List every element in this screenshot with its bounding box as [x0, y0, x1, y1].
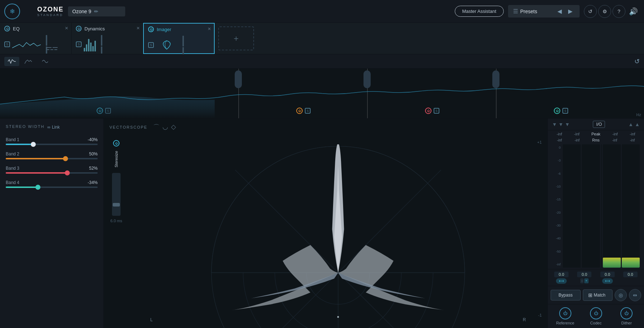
ozone-logo-icon: ❄	[4, 4, 20, 19]
reference-item[interactable]: ⏻ Reference	[551, 307, 580, 325]
right-panel: ▼ ▼ ▼ I/O ▲ ▲ -inf -inf Peak -inf -inf -…	[547, 119, 644, 328]
band2-thumb[interactable]	[63, 156, 68, 161]
analysis-bar: ↺	[0, 54, 644, 69]
meter-plus-btn[interactable]: +	[584, 278, 588, 283]
vscope-icon-diamond[interactable]: ◇	[171, 123, 176, 131]
meter-val-1: 0.0	[554, 272, 569, 277]
dynamics-bars-icon	[84, 37, 96, 51]
analysis-tab-spectrum[interactable]	[21, 57, 36, 66]
vectorscope-header: VECTORSCOPE ⌒ ◡ ◇	[104, 119, 547, 134]
imager-close-button[interactable]: ✕	[208, 26, 211, 31]
presets-label: Presets	[520, 9, 537, 14]
module-imager[interactable]: ⏻ Imager ✕ S	[143, 23, 215, 54]
bottom-icons-row: ⏻ Reference ⏻ Codec ⏻ Dither	[548, 304, 644, 328]
meter-rms-val-1: -inf	[557, 138, 562, 142]
band3-row: Band 3 52%	[6, 166, 98, 174]
band1-slider[interactable]	[6, 144, 98, 145]
main-content: STEREO WIDTH ∞ Link Band 1 -40% Band 2 5…	[0, 119, 644, 328]
link-label: Link	[52, 125, 60, 130]
stereo-width-header: STEREO WIDTH ∞ Link	[6, 124, 98, 130]
eq-s-button[interactable]: S	[4, 41, 10, 47]
preset-area[interactable]: Ozone 9 ✏	[68, 6, 125, 16]
eq-waveform-icon	[12, 39, 41, 50]
codec-item[interactable]: ⏻ Codec	[581, 307, 611, 325]
imager-icon	[156, 39, 177, 51]
eq-close-button[interactable]: ✕	[65, 26, 68, 31]
dynamics-title: Dynamics	[84, 26, 105, 31]
imager-power-button[interactable]: ⏻	[148, 26, 154, 32]
meter-bar-4	[622, 144, 640, 268]
meter-val-group-4: 0.0	[623, 272, 638, 284]
history-button[interactable]: ↺	[584, 5, 597, 18]
meter-val-2: 0.0	[577, 272, 591, 277]
help-button[interactable]: ?	[613, 5, 625, 18]
band3-slider[interactable]	[6, 172, 98, 174]
stereoize-thumb[interactable]	[113, 203, 120, 207]
dither-label: Dither	[621, 321, 632, 325]
swap-button[interactable]: ⇔	[629, 289, 641, 301]
vscope-icon-half[interactable]: ◡	[162, 123, 168, 131]
io-up-arrow-1[interactable]: ▼	[552, 121, 557, 127]
band1-thumb[interactable]	[31, 142, 36, 147]
band3-value: 52%	[89, 166, 98, 171]
band2-slider[interactable]	[6, 158, 98, 159]
band4-value: -34%	[88, 180, 98, 185]
svg-rect-9	[337, 316, 339, 318]
logo-standard: STANDARD	[37, 13, 64, 17]
link-button[interactable]: ∞ Link	[47, 125, 60, 130]
analysis-tab-wave[interactable]	[4, 57, 19, 66]
band4-slider[interactable]	[6, 187, 98, 188]
module-eq[interactable]: ⏻ EQ ✕ S	[0, 23, 72, 54]
match-button[interactable]: ⊞ Match	[583, 289, 613, 301]
logo-ozone: OZONE	[37, 6, 64, 13]
minus-one-label: -1	[538, 313, 542, 317]
io-down-arrow-1[interactable]: ▲	[628, 121, 633, 127]
eq-power-button[interactable]: ⏻	[4, 26, 10, 31]
meter-link-2[interactable]: ⟷	[602, 278, 613, 284]
dynamics-power-button[interactable]: ⏻	[76, 26, 82, 31]
vscope-icon-wave[interactable]: ⌒	[153, 123, 160, 131]
io-circle-button[interactable]: ◎	[615, 289, 627, 301]
master-assistant-button[interactable]: Master Assistant	[455, 6, 504, 17]
plus-icon: +	[234, 34, 239, 44]
meter-rms-values: -inf -inf Rms -inf -inf	[548, 138, 644, 143]
io-up-arrow-2[interactable]: ▼	[558, 121, 564, 127]
meter-rms-val-2: -inf	[575, 138, 580, 142]
preset-name: Ozone 9	[72, 9, 91, 14]
dynamics-close-button[interactable]: ✕	[136, 26, 140, 31]
stereoize-slider[interactable]	[112, 173, 121, 216]
meter-top-val-1: -inf	[557, 132, 562, 136]
meter-rms-label: Rms	[592, 138, 600, 142]
dynamics-s-button[interactable]: S	[76, 41, 82, 47]
band3-label: Band 3	[6, 166, 19, 171]
next-preset-button[interactable]: ▶	[566, 7, 575, 15]
prev-preset-button[interactable]: ◀	[555, 7, 564, 15]
reference-label: Reference	[556, 321, 574, 325]
add-module-button[interactable]: +	[218, 26, 254, 50]
l-label: L	[150, 317, 153, 322]
io-up-arrows: ▼ ▼ ▼	[552, 121, 570, 127]
band3-thumb[interactable]	[65, 170, 70, 175]
speaker-button[interactable]: 🔊	[627, 5, 640, 18]
meter-link-1[interactable]: ⟷	[556, 278, 567, 284]
left-panel: STEREO WIDTH ∞ Link Band 1 -40% Band 2 5…	[0, 119, 104, 328]
dither-item[interactable]: ⏻ Dither	[612, 307, 641, 325]
module-dynamics[interactable]: ⏻ Dynamics ✕ S	[72, 23, 143, 54]
io-label: I/O	[593, 121, 605, 128]
meter-minus-btn[interactable]: -	[580, 278, 584, 283]
plus-one-label: +1	[537, 140, 542, 144]
settings-button[interactable]: ⚙	[598, 5, 611, 18]
io-up-arrow-3[interactable]: ▼	[565, 121, 570, 127]
imager-s-button[interactable]: S	[148, 42, 154, 48]
pencil-icon[interactable]: ✏	[94, 9, 98, 14]
band4-thumb[interactable]	[35, 185, 40, 190]
stereoize-section: ⏻ Stereoize 6.0 ms	[104, 134, 129, 328]
band4-label: Band 4	[6, 180, 19, 185]
bypass-button[interactable]: Bypass	[551, 290, 581, 300]
io-down-arrow-2[interactable]: ▲	[635, 121, 640, 127]
stereoize-power[interactable]: ⏻	[113, 140, 119, 146]
reset-button[interactable]: ↺	[634, 58, 640, 65]
vectorscope-icons: ⌒ ◡ ◇	[153, 123, 176, 131]
meter-rms-val-3: -inf	[612, 138, 617, 142]
analysis-tab-phase[interactable]	[37, 57, 52, 66]
